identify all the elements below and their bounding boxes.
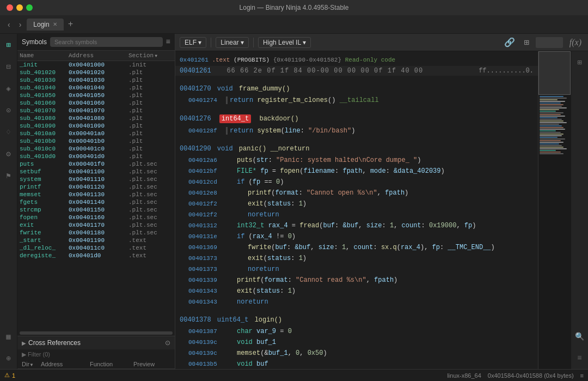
line-content: return system(line: "/bin/bash"): [230, 126, 534, 136]
add-tab-button[interactable]: +: [66, 20, 76, 29]
status-arch: linux-x86_64: [447, 372, 481, 379]
table-row[interactable]: sub_4010c00x000401c0.plt: [17, 145, 175, 153]
sidebar-icon-settings[interactable]: ⚙: [2, 147, 15, 160]
search-input[interactable]: [50, 37, 163, 47]
right-icon-menu[interactable]: ≡: [573, 352, 586, 365]
table-row[interactable]: system0x00401110.plt.sec: [17, 176, 175, 183]
sidebar-icon-types[interactable]: ⊟: [2, 60, 15, 73]
line-content: noreturn: [248, 264, 534, 274]
symbols-table[interactable]: Name Address Section ▼ _init0x00401000.i…: [17, 51, 175, 330]
code-line: 004012bf FILE* fp = fopen(filename: fpat…: [175, 166, 538, 177]
link-icon[interactable]: 🔗: [502, 36, 517, 49]
tab-close-button[interactable]: ✕: [53, 21, 57, 27]
code-line: 0040128f return system(line: "/bin/bash"…: [175, 125, 538, 136]
line-content: noreturn: [248, 210, 534, 220]
right-icon-layers[interactable]: ⊞: [573, 56, 586, 69]
line-addr: 00401274: [188, 96, 224, 105]
table-row[interactable]: sub_4010a00x000401a0.plt: [17, 130, 175, 137]
table-row[interactable]: exit0x00401170.plt.sec: [17, 221, 175, 229]
tab-login[interactable]: Login ✕: [27, 19, 63, 31]
right-icon-search[interactable]: 🔍: [573, 330, 586, 343]
linear-dropdown[interactable]: Linear ▾: [216, 37, 249, 48]
xrefs-col-prev: Preview: [133, 361, 170, 367]
table-row[interactable]: fopen0x00401160.plt.sec: [17, 214, 175, 221]
right-toolbar: ⊞ 🔍 ≡: [571, 51, 588, 369]
code-line: 00401274 return register_tm_clones() __t…: [175, 95, 538, 106]
code-line: 0040139c memset(&buf_1, 0, 0x50): [175, 348, 538, 359]
table-row[interactable]: printf0x00401120.plt.sec: [17, 183, 175, 191]
sidebar-icon-nav[interactable]: ⊙: [2, 104, 15, 117]
sidebar-icon-tags[interactable]: ♢: [2, 125, 15, 138]
back-button[interactable]: ‹: [4, 19, 14, 30]
section-header: 0x401261 .text (PROGBITS) {0x401190-0x40…: [175, 55, 538, 65]
forward-button[interactable]: ›: [16, 19, 25, 30]
line-addr: 00401373: [188, 265, 224, 274]
table-row[interactable]: _dl_reloc_0x004011c0.text: [17, 244, 175, 252]
table-row[interactable]: sub_4010900x00401090.plt: [17, 122, 175, 130]
table-row[interactable]: sub_4010700x00401070.plt: [17, 107, 175, 114]
symbols-menu-button[interactable]: ≡: [166, 38, 170, 46]
table-row[interactable]: sub_4010400x00401040.plt: [17, 84, 175, 92]
xrefs-col-addr: Address: [41, 361, 90, 367]
table-row[interactable]: setbuf0x00401100.plt.sec: [17, 168, 175, 176]
table-row[interactable]: sub_4010500x00401050.plt: [17, 92, 175, 99]
table-row[interactable]: sub_4010300x00401030.plt: [17, 76, 175, 84]
line-addr: 00401339: [188, 276, 224, 285]
func-name: backdoor(): [259, 115, 298, 123]
sidebar-icon-bookmarks[interactable]: ◈: [2, 82, 15, 95]
func-header-panic: 00401290 void panic() __noreturn: [175, 143, 538, 155]
sidebar-icon-grid[interactable]: ▦: [2, 330, 15, 343]
line-content: printf(format: "Cannot open %s\n", fpath…: [248, 188, 534, 198]
code-content[interactable]: 0x401261 .text (PROGBITS) {0x401190-0x40…: [175, 51, 538, 369]
line-addr: 0040131e: [188, 232, 224, 241]
warning-count: 1: [12, 372, 15, 379]
sidebar-icon-symbols[interactable]: ⊞: [2, 38, 15, 51]
minimap[interactable]: [538, 51, 571, 369]
table-row[interactable]: memset0x00401130.plt.sec: [17, 191, 175, 198]
sidebar-icon-plus[interactable]: ⊕: [2, 352, 15, 365]
close-button[interactable]: [7, 4, 13, 11]
table-row[interactable]: sub_4010d00x000401d0.plt: [17, 153, 175, 160]
section-progbits: (PROGBITS): [234, 57, 270, 63]
table-row[interactable]: fwrite0x00401180.plt.sec: [17, 229, 175, 237]
func-addr: 00401276: [180, 115, 211, 123]
xrefs-header[interactable]: ▶ Cross References ⊙: [17, 336, 175, 349]
func-keyword: void: [213, 145, 237, 153]
table-row[interactable]: sub_4010800x00401080.plt: [17, 114, 175, 122]
code-area: 0x401261 .text (PROGBITS) {0x401190-0x40…: [175, 51, 588, 369]
table-row[interactable]: _init0x00401000.init: [17, 61, 175, 69]
status-addr-range: 0x401584-0x401588 (0x4 bytes): [488, 372, 574, 379]
xrefs-settings-icon[interactable]: ⊙: [165, 339, 170, 347]
table-row[interactable]: sub_4010b00x000401b0.plt: [17, 137, 175, 145]
symbols-header: Symbols ≡: [17, 34, 175, 51]
line-addr: 004012cd: [188, 178, 224, 187]
line-content: printf(format: "Cannot read %s\n", fpath…: [237, 275, 534, 285]
line-content: void buf: [237, 359, 534, 369]
line-content: memset(&buf_1, 0, 0x50): [237, 348, 534, 358]
table-row[interactable]: fgets0x00401140.plt.sec: [17, 198, 175, 206]
code-line: 004012cd if (fp == 0): [175, 177, 538, 188]
line-addr: 004012e8: [188, 189, 224, 198]
line-bar: [226, 127, 228, 135]
sidebar-icon-il[interactable]: ⚑: [2, 169, 15, 182]
table-row[interactable]: sub_4010600x00401060.plt: [17, 99, 175, 107]
xrefs-filter[interactable]: ▶ Filter (0): [17, 349, 175, 360]
maximize-button[interactable]: [26, 4, 33, 11]
code-line: 00401373 noreturn: [175, 264, 538, 275]
table-row[interactable]: _start0x00401190.text: [17, 237, 175, 244]
sidebar-icons: ⊞ ⊟ ◈ ⊙ ♢ ⚙ ⚑ ▦ ⊕: [0, 34, 17, 369]
table-row[interactable]: deregiste_0x00401d0.text: [17, 252, 175, 259]
columns-icon[interactable]: ⊞: [522, 36, 531, 49]
table-row[interactable]: strcmp0x00401150.plt.sec: [17, 206, 175, 214]
line-addr: 00401369: [188, 243, 224, 252]
fx-button[interactable]: f(x): [567, 37, 584, 49]
hlil-dropdown[interactable]: High Level IL ▾: [258, 37, 311, 48]
table-row[interactable]: puts0x000401f0.plt.sec: [17, 160, 175, 168]
elf-dropdown[interactable]: ELF ▾: [180, 37, 206, 48]
table-row[interactable]: sub_4010200x00401020.plt: [17, 69, 175, 76]
tabbar: ‹ › Login ✕ +: [0, 15, 588, 34]
status-settings-icon[interactable]: ≡: [580, 372, 584, 379]
code-toolbar: ELF ▾ Linear ▾ High Level IL ▾ 🔗 ⊞ f(x): [175, 34, 588, 51]
minimap-viewport[interactable]: [538, 51, 571, 95]
minimize-button[interactable]: [16, 4, 23, 11]
